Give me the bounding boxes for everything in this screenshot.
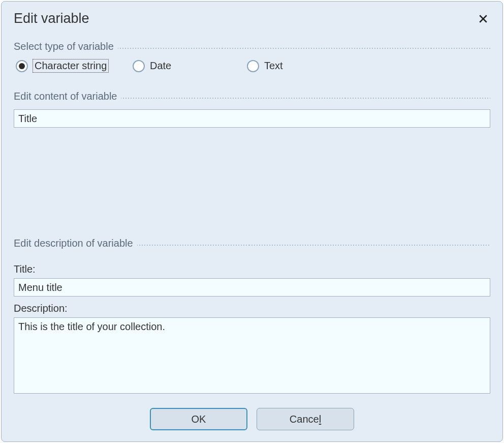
section-description-header: Edit description of variable	[14, 238, 490, 249]
section-content-label: Edit content of variable	[14, 91, 117, 102]
radio-option-character-string[interactable]: Character string	[16, 60, 133, 72]
section-type-label: Select type of variable	[14, 41, 114, 52]
cancel-button[interactable]: Cancel	[257, 408, 354, 430]
close-button[interactable]	[476, 12, 490, 26]
description-field-label: Description:	[14, 303, 490, 314]
section-content-header: Edit content of variable	[14, 91, 490, 102]
description-textarea[interactable]: This is the title of your collection.	[14, 317, 490, 394]
radio-option-text[interactable]: Text	[247, 60, 338, 72]
dialog-titlebar: Edit variable	[14, 11, 490, 26]
description-field-group: Description: This is the title of your c…	[14, 303, 490, 396]
dialog-button-row: OK Cancel	[14, 408, 490, 430]
radio-label: Character string	[33, 60, 108, 72]
radio-option-date[interactable]: Date	[133, 60, 247, 72]
radio-label: Text	[264, 60, 283, 72]
close-icon	[479, 14, 488, 23]
title-field-label: Title:	[14, 263, 490, 275]
radio-icon	[16, 60, 28, 72]
content-input[interactable]	[14, 109, 490, 128]
radio-label: Date	[150, 60, 171, 72]
section-type-header: Select type of variable	[14, 41, 490, 52]
dialog-title: Edit variable	[14, 11, 89, 26]
ok-button[interactable]: OK	[150, 408, 247, 430]
radio-icon	[247, 60, 259, 72]
content-field-wrapper	[14, 109, 490, 128]
title-field-group: Title:	[14, 263, 490, 297]
divider	[137, 245, 490, 246]
section-description-label: Edit description of variable	[14, 238, 133, 249]
radio-icon	[133, 60, 145, 72]
spacer	[14, 134, 490, 238]
title-input[interactable]	[14, 278, 490, 297]
variable-type-radio-group: Character string Date Text	[14, 60, 490, 72]
divider	[121, 98, 490, 99]
edit-variable-dialog: Edit variable Select type of variable Ch…	[1, 1, 503, 442]
divider	[118, 48, 490, 49]
